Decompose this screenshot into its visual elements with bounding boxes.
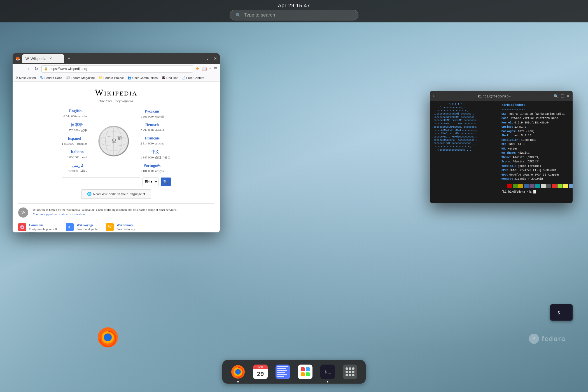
terminal-titlebar: + kirbix@fedora:~ 🔍 ☰ ✕ bbox=[430, 91, 573, 101]
window-close-button[interactable]: ✕ bbox=[214, 56, 217, 61]
terminal-divider: -------------- bbox=[501, 108, 573, 112]
free-content-icon: 📄 bbox=[181, 76, 185, 80]
dock-item-app-grid[interactable] bbox=[341, 363, 359, 381]
bookmark-fedora-docs[interactable]: 🐾 Fedora Docs bbox=[40, 76, 62, 80]
most-visited-icon: ⚙ bbox=[15, 76, 18, 80]
footer-link-commons[interactable]: 🌸 Commons Freely usable photos &more bbox=[18, 223, 57, 232]
wikipedia-content: Wikipedia The Free Encyclopedia English … bbox=[13, 82, 220, 232]
footer-link-wiktionary[interactable]: W Wiktionary Free dictionary bbox=[106, 223, 135, 232]
lang-english[interactable]: English 6 644 000+ articles bbox=[64, 109, 87, 118]
bookmark-star-button[interactable]: ★ bbox=[195, 66, 199, 71]
forward-button[interactable]: → bbox=[24, 66, 31, 72]
address-bar[interactable]: 🔒 https://www.wikipedia.org bbox=[41, 65, 193, 73]
globe-image: Ω 維 bbox=[98, 126, 129, 157]
lang-chinese[interactable]: 中文 1 347 000+ 条目／條目 bbox=[140, 150, 171, 160]
search-placeholder: Type to search bbox=[244, 12, 275, 18]
mini-terminal[interactable]: $ _ bbox=[550, 304, 573, 321]
svg-rect-16 bbox=[301, 367, 305, 371]
dock-item-firefox[interactable] bbox=[229, 363, 247, 381]
info-wm-theme: WM Theme: Adwaita bbox=[501, 151, 573, 155]
foundation-text-area: Wikipedia is hosted by the Wikimedia Fou… bbox=[33, 207, 177, 216]
browser-tab-wikipedia[interactable]: W Wikipedia ✕ bbox=[22, 54, 64, 63]
search-bar[interactable]: 🔍 Type to search bbox=[230, 10, 358, 20]
calendar-dock-icon: APR 29 bbox=[253, 365, 268, 379]
wikipedia-title: Wikipedia bbox=[18, 87, 214, 98]
lang-portuguese[interactable]: Português 1 101 000+ artigos bbox=[140, 164, 164, 173]
footer-top: W Wikipedia is hosted by the Wikimedia F… bbox=[18, 207, 214, 218]
search-icon: 🔍 bbox=[235, 13, 241, 18]
address-text: https://www.wikipedia.org bbox=[50, 67, 87, 71]
back-button[interactable]: ← bbox=[15, 66, 22, 72]
commons-info: Commons Freely usable photos &more bbox=[29, 223, 57, 232]
info-packages: Packages: 1871 (rpm) bbox=[501, 129, 573, 134]
tab-favicon: W bbox=[25, 57, 29, 61]
terminal-color-palette bbox=[501, 184, 573, 188]
wikipedia-heading: Wikipedia bbox=[18, 87, 214, 98]
dock-item-notes[interactable] bbox=[274, 363, 292, 381]
terminal-menu-button[interactable]: ☰ bbox=[561, 94, 564, 98]
taskbar-dock: APR 29 $ _ bbox=[222, 360, 366, 384]
reader-mode-icon[interactable]: 📖 bbox=[202, 66, 207, 71]
wikipedia-search-input[interactable] bbox=[62, 178, 140, 186]
bookmark-free-content[interactable]: 📄 Free Content bbox=[181, 76, 204, 80]
tab-overflow-button[interactable]: ⌄ bbox=[206, 56, 209, 61]
lang-spanish[interactable]: Español 1 854 000+ artículos bbox=[62, 136, 87, 146]
info-icons: Icons: Adwaita [GTK2/3] bbox=[501, 160, 573, 164]
fedora-project-icon: 📁 bbox=[99, 76, 102, 80]
wikipedia-globe: Ω 維 bbox=[98, 126, 129, 157]
color-magenta bbox=[529, 184, 535, 188]
new-tab-button[interactable]: + bbox=[67, 56, 71, 62]
color-bright-red bbox=[552, 184, 557, 188]
terminal-close-button[interactable]: ✕ bbox=[566, 94, 570, 98]
bookmark-user-communities[interactable]: 👥 User Communities bbox=[127, 76, 157, 80]
dock-item-software[interactable] bbox=[296, 363, 314, 381]
info-cpu: CPU: Intel i7-4770 (1) @ 3.392GHz bbox=[501, 168, 573, 173]
terminal-ascii-art: .',;:::;,'. .';cccccccccccc;,. .;ccccccc… bbox=[432, 103, 499, 201]
fedora-logo-icon: f bbox=[528, 333, 540, 344]
dock-item-terminal[interactable]: $ _ bbox=[319, 363, 337, 381]
info-os: OS: Fedora Linux 38 (Workstation Editi bbox=[501, 112, 573, 116]
lang-japanese[interactable]: 日本語 1 370 000+ 記事 bbox=[66, 122, 87, 132]
lang-francais[interactable]: Français 2 514 000+ articles bbox=[140, 136, 164, 146]
color-bright-black bbox=[546, 184, 551, 188]
svg-rect-18 bbox=[301, 372, 305, 376]
language-select[interactable]: EN ▾ bbox=[143, 178, 158, 186]
read-language-button[interactable]: 🌐 Read Wikipedia in your language ▾ bbox=[81, 189, 151, 199]
bookmark-label: Free Content bbox=[186, 76, 204, 80]
terminal-window: + kirbix@fedora:~ 🔍 ☰ ✕ .',;:::;,'. .';c… bbox=[430, 91, 573, 203]
lang-russian[interactable]: Русский 1 909 000+ статей bbox=[140, 109, 164, 119]
fedora-docs-icon: 🐾 bbox=[40, 76, 44, 80]
bookmark-fedora-magazine[interactable]: 📰 Fedora Magazine bbox=[66, 76, 95, 80]
reload-button[interactable]: ↻ bbox=[33, 66, 39, 72]
svg-text:維: 維 bbox=[118, 136, 122, 141]
tab-close-button[interactable]: ✕ bbox=[49, 57, 52, 60]
info-gpu: GPU: 00:0f.0 VMware SVGA II Adapter bbox=[501, 173, 573, 177]
lock-icon: 🔒 bbox=[44, 67, 48, 71]
footer-link-wikivoyage[interactable]: ✈ Wikivoyage Free travel guide bbox=[66, 223, 97, 232]
donation-link[interactable]: You can support our work with a donation… bbox=[33, 212, 177, 216]
bookmark-red-hat[interactable]: 🎩 Red Hat bbox=[162, 76, 178, 80]
terminal-search-button[interactable]: 🔍 bbox=[554, 94, 558, 98]
terminal-username: kirbix@fedora bbox=[501, 103, 573, 108]
lang-italiano[interactable]: Italiano 1 806 000+ voci bbox=[67, 150, 87, 159]
dock-item-calendar[interactable]: APR 29 bbox=[251, 363, 269, 381]
browser-toolbar: ← → ↻ 🔒 https://www.wikipedia.org ★ 📖 ↑ … bbox=[13, 64, 220, 74]
bookmark-fedora-project[interactable]: 📁 Fedora Project bbox=[99, 76, 123, 80]
terminal-cursor bbox=[533, 190, 536, 193]
terminal-title-icons: 🔍 ☰ ✕ bbox=[554, 94, 570, 98]
share-icon[interactable]: ↑ bbox=[209, 66, 211, 71]
fedora-watermark: f fedora bbox=[528, 333, 566, 344]
lang-deutsch[interactable]: Deutsch 2 792 000+ Artikel bbox=[140, 123, 164, 132]
info-de: DE: GNOME 44.0 bbox=[501, 142, 573, 147]
foundation-description: Wikipedia is hosted by the Wikimedia Fou… bbox=[33, 207, 177, 212]
terminal-new-tab-button[interactable]: + bbox=[433, 94, 435, 98]
lang-farsi[interactable]: فارسی 959 000+ مقاله bbox=[68, 163, 87, 173]
wikipedia-footer: W Wikipedia is hosted by the Wikimedia F… bbox=[18, 203, 214, 232]
color-cyan bbox=[535, 184, 540, 188]
svg-text:f: f bbox=[533, 337, 535, 341]
wikipedia-search-button[interactable]: 🔍 bbox=[161, 178, 171, 186]
info-wm: WM: Mutter bbox=[501, 147, 573, 151]
bookmark-most-visited[interactable]: ⚙ Most Visited bbox=[15, 76, 36, 80]
bookmark-label: User Communities bbox=[132, 76, 157, 80]
menu-icon[interactable]: ☰ bbox=[213, 66, 217, 71]
